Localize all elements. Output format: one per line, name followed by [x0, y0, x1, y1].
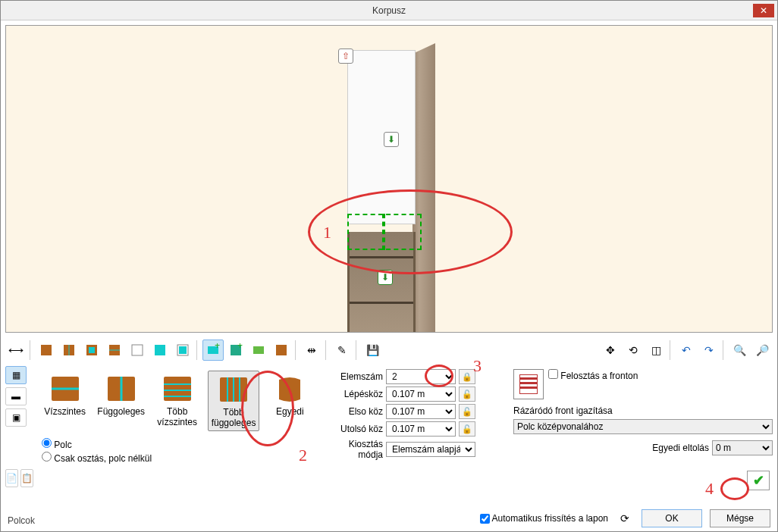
gallery-item-horizontal[interactable]: Vízszintes	[40, 371, 89, 431]
tool-box[interactable]: ◫	[645, 340, 667, 361]
step-label: Lépésköz	[322, 389, 383, 399]
copy-icon[interactable]: 📄	[5, 469, 18, 487]
redo-button[interactable]: ↷	[698, 340, 720, 361]
parameter-panel: Elemszám 2 🔒 Lépésköz 0.107 m 🔓 Elso köz…	[322, 366, 509, 487]
svg-text:+: +	[237, 343, 243, 351]
main-toolbar: ⟷ + + ⇹ ✎ 💾 ✥ ⟲ ◫ ↶ ↷ 🔍 🔎	[5, 337, 773, 363]
offset-label: Egyedi eltolás	[652, 443, 709, 453]
shelf-mode-radios: Polc Csak osztás, polc nélkül	[37, 433, 318, 469]
tool-rotate[interactable]: ⟲	[623, 340, 644, 361]
offset-input[interactable]: 0 m	[712, 440, 773, 455]
split-front-checkbox[interactable]: Felosztás a fronton	[548, 369, 638, 381]
tool-cab3[interactable]	[81, 340, 102, 361]
tool-pencil[interactable]: ✎	[331, 340, 353, 361]
count-label: Elemszám	[322, 371, 383, 382]
tool-move[interactable]: ✥	[600, 340, 621, 361]
svg-rect-15	[253, 346, 264, 354]
tool-cab6[interactable]	[149, 340, 171, 361]
svg-rect-10	[179, 346, 187, 354]
tool-save[interactable]: 💾	[362, 340, 383, 361]
check-icon: ✔	[753, 472, 764, 489]
tool-cab5[interactable]	[127, 340, 148, 361]
gallery-item-multi-horizontal[interactable]: Több vízszintes	[152, 371, 202, 431]
tool-cab2[interactable]	[58, 340, 80, 361]
tool-dimensions[interactable]: ⟷	[5, 340, 27, 361]
insert-icon-top[interactable]: ⬇	[384, 132, 399, 147]
zoom-fit[interactable]: 🔍	[729, 340, 750, 361]
insert-icon-bottom[interactable]: ⬇	[378, 270, 393, 285]
auto-update-checkbox[interactable]: Automatikus frissítés a lapon	[480, 513, 608, 524]
undo-button[interactable]: ↶	[676, 340, 697, 361]
gallery-item-multi-vertical[interactable]: Több függoleges	[208, 371, 259, 431]
step-lock-icon[interactable]: 🔓	[459, 386, 475, 402]
viewport-3d[interactable]: ⇧ ⬇ ⬇ 1	[5, 25, 773, 333]
align-label: Rázáródó front igazítása	[513, 405, 773, 416]
reload-icon[interactable]: ⟳	[616, 510, 634, 527]
tool-cab4[interactable]	[104, 340, 125, 361]
close-button[interactable]: ✕	[753, 4, 774, 17]
gallery-item-custom[interactable]: Egyedi	[265, 371, 315, 431]
shelf-type-gallery: Vízszintes Függoleges Több vízszintes Tö…	[37, 366, 318, 487]
annotation-1: 1	[323, 223, 331, 243]
side-tab-flat[interactable]: ▬	[5, 387, 27, 405]
annotation-ellipse-4	[720, 477, 749, 500]
tool-shelf-add3[interactable]	[248, 340, 269, 361]
svg-rect-7	[132, 345, 143, 355]
side-tab-shelves[interactable]: ▦	[5, 366, 27, 384]
step-input[interactable]: 0.107 m	[386, 386, 456, 402]
last-label: Utolsó köz	[322, 424, 383, 434]
radio-shelf[interactable]: Polc	[42, 437, 313, 451]
align-select[interactable]: Polc középvonalához	[513, 419, 773, 434]
last-lock-icon[interactable]: 🔓	[459, 421, 475, 437]
radio-divonly[interactable]: Csak osztás, polc nélkül	[42, 451, 313, 465]
svg-rect-16	[276, 345, 287, 355]
right-panel: Felosztás a fronton Rázáródó front igazí…	[513, 366, 773, 487]
tool-shelf-add[interactable]: +	[202, 340, 224, 361]
svg-rect-8	[155, 345, 165, 355]
front-split-icon	[513, 369, 544, 399]
svg-rect-4	[89, 347, 95, 353]
apply-button[interactable]: ✔	[747, 471, 770, 490]
count-input[interactable]: 2	[386, 369, 456, 384]
annotation-4: 4	[705, 479, 714, 499]
ok-button[interactable]: OK	[642, 509, 702, 527]
zoom-window[interactable]: 🔎	[751, 340, 773, 361]
tool-shelf-add4[interactable]	[271, 340, 292, 361]
svg-rect-21	[164, 377, 191, 401]
tool-shelf-add2[interactable]: +	[225, 340, 246, 361]
count-lock-icon[interactable]: 🔒	[459, 369, 475, 384]
side-tabs: ▦ ▬ ▣ 📄 📋	[5, 366, 33, 487]
first-lock-icon[interactable]: 🔓	[459, 404, 475, 419]
first-label: Elso köz	[322, 406, 383, 417]
titlebar: Korpusz ✕	[1, 1, 777, 20]
first-input[interactable]: 0.107 m	[386, 404, 456, 419]
export-icon[interactable]: ⇧	[338, 49, 353, 64]
tool-cab7[interactable]	[172, 340, 193, 361]
tool-cab1[interactable]	[36, 340, 57, 361]
last-input[interactable]: 0.107 m	[386, 421, 456, 437]
svg-rect-0	[41, 345, 52, 355]
cancel-button[interactable]: Mégse	[710, 509, 770, 527]
paste-icon[interactable]: 📋	[20, 469, 33, 487]
mode-select[interactable]: Elemszám alapján	[386, 442, 475, 457]
mode-label: Kiosztás módja	[322, 439, 383, 460]
gallery-item-vertical[interactable]: Függoleges	[96, 371, 146, 431]
bottom-bar: Automatikus frissítés a lapon ⟳ OK Mégse	[8, 509, 770, 527]
svg-text:+: +	[215, 343, 220, 351]
lower-panel: ▦ ▬ ▣ 📄 📋 Vízszintes Függoleges Több víz…	[5, 366, 773, 487]
tool-mirror[interactable]: ⇹	[301, 340, 322, 361]
window-title: Korpusz	[372, 5, 406, 16]
side-tab-3d[interactable]: ▣	[5, 408, 27, 427]
